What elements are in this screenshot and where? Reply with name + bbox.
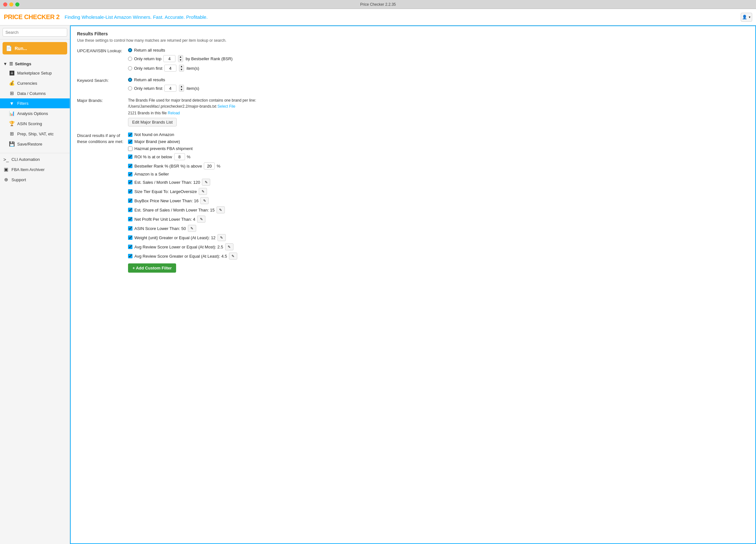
discard-label: Discard results if any of these conditio… bbox=[77, 132, 128, 144]
sidebar-item-fba[interactable]: ▣ FBA Item Archiver bbox=[0, 164, 70, 175]
condition-bsr-value[interactable] bbox=[204, 162, 215, 169]
edit-brands-button[interactable]: Edit Major Brands List bbox=[128, 118, 177, 126]
prep-icon: ⊞ bbox=[9, 131, 15, 137]
condition-asin-score-edit[interactable]: ✎ bbox=[188, 225, 196, 232]
keyword-return-all-label: Return all results bbox=[134, 77, 165, 82]
condition-asin-score: ASIN Score Lower Than: 50 ✎ bbox=[128, 225, 237, 232]
upc-return-top-label: Only return top bbox=[134, 56, 161, 61]
sidebar-item-asin-scoring[interactable]: 🏆 ASIN Scoring bbox=[0, 118, 70, 129]
upc-return-first-suffix: item(s) bbox=[187, 66, 199, 71]
user-icon: 👤 bbox=[742, 15, 747, 19]
condition-roi-value[interactable] bbox=[174, 153, 185, 160]
condition-amazon-seller-label: Amazon is a Seller bbox=[134, 172, 169, 176]
condition-share-sales-edit[interactable]: ✎ bbox=[217, 206, 225, 213]
condition-size-tier-edit[interactable]: ✎ bbox=[199, 188, 207, 195]
condition-hazmat-check[interactable] bbox=[128, 147, 132, 151]
section-title: Results Filters bbox=[77, 31, 749, 36]
search-input[interactable] bbox=[3, 28, 67, 37]
keyword-first-down[interactable]: ▼ bbox=[179, 88, 184, 91]
sidebar-item-cli[interactable]: >_ CLI Automation bbox=[0, 154, 70, 164]
sidebar-item-support[interactable]: ⊕ Support bbox=[0, 175, 70, 185]
condition-avg-review-high-label: Avg Review Score Greater or Equal (At Le… bbox=[134, 254, 227, 259]
close-button[interactable] bbox=[3, 2, 7, 6]
condition-weight-check[interactable] bbox=[128, 235, 132, 240]
upc-top-value[interactable] bbox=[163, 55, 175, 62]
upc-radio-group: Return all results Only return top ▲ ▼ bbox=[128, 48, 749, 72]
upc-top-down[interactable]: ▼ bbox=[178, 59, 183, 62]
keyword-return-first-suffix: item(s) bbox=[187, 86, 199, 91]
discard-label-text: Discard results if any of these conditio… bbox=[77, 133, 123, 144]
condition-bsr-check[interactable] bbox=[128, 164, 132, 168]
condition-asin-score-check[interactable] bbox=[128, 226, 132, 231]
condition-weight-label: Weight {unit} Greater or Equal (At Least… bbox=[134, 235, 216, 240]
app-tagline: Finding Wholesale-List Amazon Winners. F… bbox=[65, 14, 741, 20]
keyword-return-all: Return all results bbox=[128, 77, 749, 82]
brands-desc-text: The Brands File used for major brand det… bbox=[128, 98, 256, 103]
reload-link[interactable]: Reload bbox=[168, 111, 180, 115]
condition-share-sales-check[interactable] bbox=[128, 208, 132, 212]
sidebar-item-filters[interactable]: ▼ Filters bbox=[0, 98, 70, 108]
sidebar-divider bbox=[0, 153, 70, 153]
condition-size-tier-check[interactable] bbox=[128, 189, 132, 194]
keyword-radio-group: Return all results Only return first ▲ ▼ bbox=[128, 77, 749, 92]
condition-not-found: Not found on Amazon bbox=[128, 132, 237, 137]
minimize-button[interactable] bbox=[9, 2, 13, 6]
condition-avg-review-high-check[interactable] bbox=[128, 254, 132, 258]
condition-weight-edit[interactable]: ✎ bbox=[218, 234, 226, 241]
keyword-return-first-label: Only return first bbox=[134, 86, 162, 91]
condition-net-profit-edit[interactable]: ✎ bbox=[197, 216, 205, 223]
condition-net-profit-check[interactable] bbox=[128, 217, 132, 221]
user-menu-button[interactable]: 👤 ▼ bbox=[741, 13, 752, 22]
upc-return-top-radio[interactable] bbox=[128, 57, 132, 61]
settings-header[interactable]: ▼ ☰ Settings bbox=[0, 60, 70, 68]
title-bar: Price Checker 2.2.35 bbox=[0, 0, 756, 9]
add-custom-filter-button[interactable]: + Add Custom Filter bbox=[128, 263, 176, 273]
upc-content: Return all results Only return top ▲ ▼ bbox=[128, 48, 749, 72]
upc-return-all-radio[interactable] bbox=[128, 48, 132, 52]
condition-buybox-edit[interactable]: ✎ bbox=[200, 197, 209, 204]
upc-top-up[interactable]: ▲ bbox=[178, 55, 183, 59]
condition-est-sales-check[interactable] bbox=[128, 180, 132, 184]
app-body: 📄 Run... ▼ ☰ Settings 🅰 Marketplace Setu… bbox=[0, 25, 756, 544]
data-columns-label: Data / Columns bbox=[17, 91, 46, 96]
upc-first-value[interactable] bbox=[164, 65, 176, 72]
condition-est-sales-edit[interactable]: ✎ bbox=[202, 179, 210, 186]
section-desc: Use these settings to control how many m… bbox=[77, 38, 749, 43]
sidebar-item-save-restore[interactable]: 💾 Save/Restore bbox=[0, 139, 70, 149]
sidebar-item-data-columns[interactable]: ⊞ Data / Columns bbox=[0, 88, 70, 98]
brands-count: 2121 Brands in this file Reload bbox=[128, 111, 749, 115]
chart-icon: 📊 bbox=[9, 111, 15, 116]
window-title: Price Checker 2.2.35 bbox=[360, 2, 396, 7]
fullscreen-button[interactable] bbox=[15, 2, 19, 6]
keyword-first-up[interactable]: ▲ bbox=[179, 85, 184, 88]
brands-section: Major Brands: The Brands File used for m… bbox=[77, 97, 749, 126]
condition-buybox-check[interactable] bbox=[128, 198, 132, 203]
run-button[interactable]: 📄 Run... bbox=[3, 42, 67, 54]
sidebar: 📄 Run... ▼ ☰ Settings 🅰 Marketplace Setu… bbox=[0, 25, 70, 544]
condition-avg-review-high-edit[interactable]: ✎ bbox=[229, 253, 237, 260]
app-header: PRICE CHECKER 2 Finding Wholesale-List A… bbox=[0, 9, 756, 25]
brands-description: The Brands File used for major brand det… bbox=[128, 97, 749, 110]
sidebar-item-marketplace[interactable]: 🅰 Marketplace Setup bbox=[0, 68, 70, 78]
condition-amazon-seller-check[interactable] bbox=[128, 172, 132, 176]
upc-first-down[interactable]: ▼ bbox=[179, 68, 184, 71]
currencies-label: Currencies bbox=[17, 81, 37, 86]
save-restore-label: Save/Restore bbox=[17, 142, 42, 147]
condition-avg-review-low-check[interactable] bbox=[128, 245, 132, 249]
keyword-return-all-radio[interactable] bbox=[128, 78, 132, 82]
keyword-first-value[interactable] bbox=[164, 85, 176, 92]
condition-est-sales: Est. Sales / Month Lower Than: 120 ✎ bbox=[128, 179, 237, 186]
keyword-return-first-radio[interactable] bbox=[128, 86, 132, 90]
condition-roi-check[interactable] bbox=[128, 154, 132, 159]
sidebar-item-prep-ship[interactable]: ⊞ Prep, Ship, VAT, etc bbox=[0, 129, 70, 139]
upc-return-first-radio[interactable] bbox=[128, 66, 132, 70]
condition-avg-review-low-edit[interactable]: ✎ bbox=[225, 243, 233, 250]
condition-major-brand-check[interactable] bbox=[128, 140, 132, 144]
condition-weight: Weight {unit} Greater or Equal (At Least… bbox=[128, 234, 237, 241]
sidebar-item-analysis[interactable]: 📊 Analysis Options bbox=[0, 108, 70, 118]
condition-not-found-check[interactable] bbox=[128, 132, 132, 137]
upc-first-up[interactable]: ▲ bbox=[179, 65, 184, 68]
sidebar-item-currencies[interactable]: 💰 Currencies bbox=[0, 78, 70, 88]
condition-avg-review-low: Avg Review Score Lower or Equal (At Most… bbox=[128, 243, 237, 250]
select-file-link[interactable]: Select File bbox=[218, 104, 235, 109]
